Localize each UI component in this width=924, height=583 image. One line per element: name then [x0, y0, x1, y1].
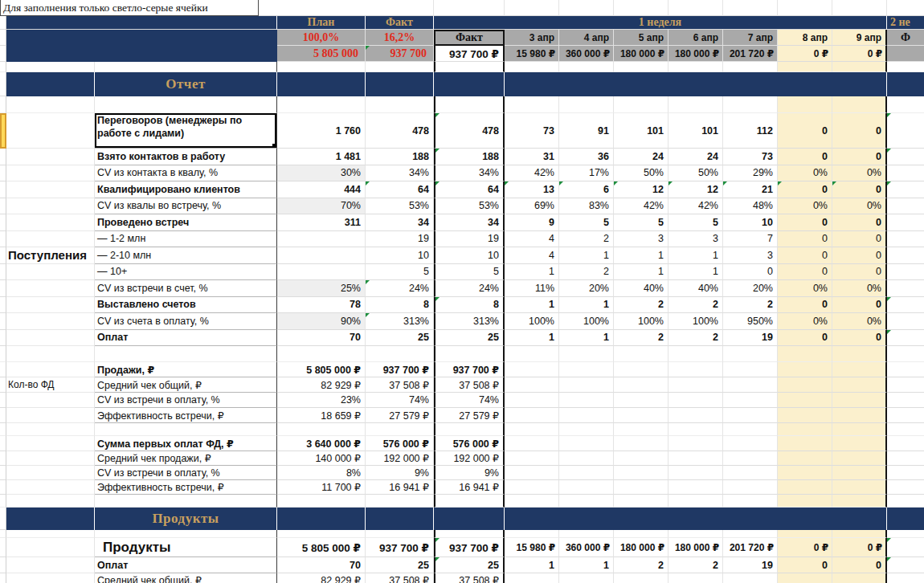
date-header-cell[interactable]: 9 апр: [832, 30, 887, 46]
day-cell[interactable]: 42%: [505, 165, 559, 182]
week2-cell[interactable]: [887, 297, 924, 314]
gutter-cell[interactable]: [0, 573, 6, 583]
day-cell[interactable]: [614, 480, 668, 495]
day-cell[interactable]: [559, 423, 614, 436]
fakt-cell[interactable]: 478: [366, 113, 434, 149]
day-cell[interactable]: 0: [778, 149, 832, 165]
plan-cell[interactable]: 140 000 ₽: [277, 451, 366, 466]
day-cell[interactable]: 73: [723, 149, 778, 165]
day-cell[interactable]: 0: [832, 264, 887, 281]
plan-cell[interactable]: 11 700 ₽: [277, 480, 366, 495]
gutter-cell[interactable]: [0, 466, 6, 480]
gutter-cell[interactable]: [0, 508, 6, 530]
fakt-cell[interactable]: 576 000 ₽: [366, 436, 434, 451]
day-cell[interactable]: 15 980 ₽: [505, 538, 559, 557]
row-label-cell[interactable]: Продажи, ₽: [95, 362, 277, 377]
day-cell[interactable]: [505, 495, 559, 508]
fakt-week-cell[interactable]: 53%: [434, 198, 505, 215]
day-cell[interactable]: 1: [505, 264, 559, 281]
fakt-cell[interactable]: 937 700 ₽: [366, 362, 434, 377]
day-cell[interactable]: [559, 393, 614, 408]
fakt-week-cell[interactable]: 937 700 ₽: [434, 362, 505, 377]
band-cell[interactable]: [887, 508, 924, 530]
gutter-cell[interactable]: [0, 330, 6, 347]
row-label-cell[interactable]: Продукты: [95, 538, 277, 557]
day-cell[interactable]: [559, 573, 614, 583]
day-cell[interactable]: 5: [614, 214, 668, 231]
plan-cell[interactable]: [277, 247, 366, 264]
day-cell[interactable]: 19: [723, 557, 778, 573]
day-cell[interactable]: 0%: [778, 313, 832, 330]
fakt-week-cell[interactable]: 5: [434, 264, 505, 281]
plan-cell[interactable]: 8%: [277, 466, 366, 480]
day-cell[interactable]: 950%: [723, 313, 778, 330]
gutter-cell[interactable]: [0, 377, 6, 393]
day-cell[interactable]: 0: [832, 149, 887, 165]
week2-cell[interactable]: [887, 451, 924, 466]
day-cell[interactable]: [668, 436, 723, 451]
fakt-week-cell[interactable]: 37 508 ₽: [434, 377, 505, 393]
week1-header-cell[interactable]: 1 неделя: [434, 16, 887, 30]
day-cell[interactable]: 100%: [614, 313, 668, 330]
week2-cell[interactable]: [887, 113, 924, 149]
fakt-week-cell[interactable]: [434, 346, 505, 362]
fakt-cell[interactable]: 25: [366, 330, 434, 347]
day-cell[interactable]: 0%: [778, 165, 832, 182]
day-cell[interactable]: [778, 393, 832, 408]
day-cell[interactable]: [614, 408, 668, 423]
day-cell[interactable]: [832, 393, 887, 408]
week2-cell[interactable]: [887, 408, 924, 423]
fakt-cell[interactable]: 37 508 ₽: [366, 377, 434, 393]
band-cell[interactable]: [6, 508, 95, 530]
week2-cell[interactable]: [887, 247, 924, 264]
day-cell[interactable]: 0: [832, 214, 887, 231]
week2-cell[interactable]: [887, 362, 924, 377]
header-block[interactable]: [6, 16, 277, 30]
day-cell[interactable]: 0: [778, 557, 832, 573]
day-cell[interactable]: [668, 96, 723, 113]
row-label-cell[interactable]: Эффективность встречи, ₽: [95, 408, 277, 423]
day-cell[interactable]: [614, 362, 668, 377]
side-label-cell[interactable]: [6, 530, 95, 538]
fakt-week-cell[interactable]: 8: [434, 297, 505, 314]
row-label-cell[interactable]: CV из счета в оплату, %: [95, 313, 277, 330]
week2-fakt-header-cell[interactable]: Ф: [887, 30, 924, 46]
day-cell[interactable]: 50%: [668, 165, 723, 182]
day-cell[interactable]: 1: [505, 330, 559, 347]
day-cell[interactable]: 100%: [668, 313, 723, 330]
plan-cell[interactable]: 1 481: [277, 149, 366, 165]
day-cell[interactable]: 40%: [614, 280, 668, 297]
gutter-cell[interactable]: [0, 247, 6, 264]
fakt-cell[interactable]: 24%: [366, 280, 434, 297]
side-label-cell[interactable]: [6, 451, 95, 466]
plan-cell[interactable]: 5 805 000 ₽: [277, 538, 366, 557]
empty-cell[interactable]: [259, 0, 434, 16]
side-label-cell[interactable]: [6, 214, 95, 231]
fakt-week-cell[interactable]: 937 700 ₽: [434, 538, 505, 557]
gutter-cell[interactable]: [0, 165, 6, 182]
day-cell[interactable]: [832, 362, 887, 377]
day-cell[interactable]: 0 ₽: [778, 538, 832, 557]
empty-cell[interactable]: [887, 0, 924, 16]
gutter-cell[interactable]: [0, 46, 6, 62]
gutter-cell[interactable]: [0, 436, 6, 451]
row-label-cell[interactable]: [95, 495, 277, 508]
day-cell[interactable]: 0%: [832, 198, 887, 215]
gutter-cell[interactable]: [0, 62, 6, 72]
gutter-cell[interactable]: [0, 538, 6, 557]
day-cell[interactable]: 0: [778, 113, 832, 149]
day-cell[interactable]: [614, 573, 668, 583]
plan-total-cell[interactable]: 5 805 000: [277, 46, 366, 62]
day-cell[interactable]: [559, 495, 614, 508]
day-cell[interactable]: 2: [668, 297, 723, 314]
gutter-cell[interactable]: [0, 96, 6, 113]
day-cell[interactable]: [723, 393, 778, 408]
fakt-week-cell[interactable]: 25: [434, 557, 505, 573]
week2-cell[interactable]: [887, 149, 924, 165]
day-cell[interactable]: [559, 480, 614, 495]
side-label-cell[interactable]: [6, 362, 95, 377]
week2-cell[interactable]: [887, 264, 924, 281]
day-cell[interactable]: 201 720 ₽: [723, 538, 778, 557]
plan-pct-cell[interactable]: 100,0%: [277, 30, 366, 46]
row-label-cell[interactable]: Выставлено счетов: [95, 297, 277, 314]
